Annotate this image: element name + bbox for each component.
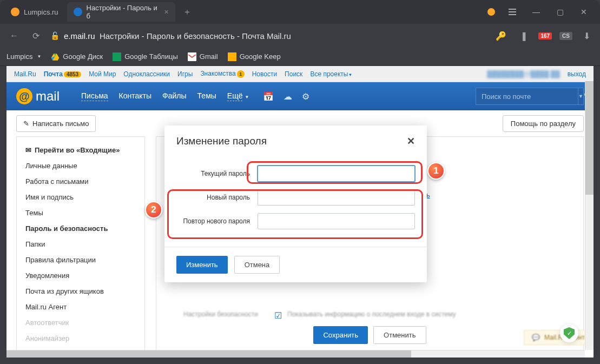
shield-icon: ✓ [564, 327, 575, 339]
dating-badge: 1 [237, 70, 245, 78]
nav-contacts[interactable]: Контакты [119, 91, 151, 101]
bookmark-gkeep[interactable]: Google Keep [228, 52, 281, 61]
logo-at-icon: @ [16, 88, 32, 104]
sidebar-item-security[interactable]: Пароль и безопасность [17, 221, 144, 236]
topnav-dating[interactable]: Знакомства [200, 70, 235, 77]
tab-close-icon[interactable]: × [164, 8, 168, 16]
tab-label: Lumpics.ru [24, 8, 58, 16]
envelope-icon: ✉ [25, 146, 31, 154]
topnav-ok[interactable]: Одноклассники [123, 70, 170, 78]
sidebar-item-anonymizer[interactable]: Анонимайзер [17, 330, 144, 346]
annotation-badge-2: 2 [145, 201, 162, 219]
input-current-password[interactable] [258, 166, 415, 182]
agent-icon: 💬 [532, 334, 540, 341]
tab-label: Настройки - Пароль и б [87, 4, 160, 20]
bookmark-lumpics[interactable]: Lumpics▼ [6, 52, 41, 61]
bookmark-gsheets[interactable]: Google Таблицы [113, 52, 178, 61]
sidebar-item-personal[interactable]: Личные данные [17, 158, 144, 174]
search-input[interactable] [476, 92, 578, 101]
vertical-scrollbar[interactable] [585, 81, 594, 350]
logout-link[interactable]: выход [568, 70, 586, 78]
sidebar-item-autoreply[interactable]: Автоответчик [17, 315, 144, 330]
sidebar-item-agent[interactable]: Mail.ru Агент [17, 299, 144, 315]
url-domain: e.mail.ru [64, 31, 95, 41]
url-path: Настройки - Пароль и безопасность - Почт… [100, 31, 291, 41]
bookmark-gdrive[interactable]: Google Диск [51, 52, 103, 61]
window-close-icon[interactable]: ✕ [572, 0, 596, 24]
input-repeat-password[interactable] [258, 213, 415, 229]
topnav-mailru[interactable]: Mail.Ru [14, 70, 36, 78]
hamburger-menu-icon[interactable] [500, 0, 524, 24]
bookmark-icon[interactable]: ❚ [517, 29, 531, 43]
notification-badge[interactable]: 167 [538, 32, 552, 39]
security-settings-label: Настройки безопасности [183, 310, 258, 318]
mailru-header: @ mail Письма Контакты Файлы Темы Ещё ▼ … [6, 82, 594, 110]
nav-more[interactable]: Ещё ▼ [227, 91, 249, 101]
gear-icon[interactable]: ⚙ [302, 91, 309, 102]
nav-letters[interactable]: Письма [81, 91, 108, 101]
back-button-icon[interactable]: ← [6, 29, 22, 43]
cloud-icon[interactable]: ☁ [283, 91, 292, 102]
cs-badge[interactable]: CS [559, 32, 572, 40]
topnav-allprojects[interactable]: Все проекты [310, 70, 348, 78]
help-button[interactable]: Помощь по разделу [503, 115, 584, 132]
user-email[interactable]: ████████@████.██ [487, 70, 560, 78]
topnav-news[interactable]: Новости [252, 70, 277, 78]
sidebar-item-name[interactable]: Имя и подпись [17, 189, 144, 205]
reload-button-icon[interactable]: ⟳ [29, 29, 43, 43]
sidebar-inbox-link[interactable]: ✉ Перейти во «Входящие» [17, 142, 144, 158]
browser-tab-lumpics[interactable]: Lumpics.ru [4, 2, 65, 22]
calendar-icon[interactable]: 📅 [263, 91, 274, 102]
header-search: ▼ 🔍 [476, 88, 584, 105]
sidebar-item-notifications[interactable]: Уведомления [17, 268, 144, 283]
sidebar-item-folders[interactable]: Папки [17, 236, 144, 252]
window-maximize-icon[interactable]: ▢ [548, 0, 572, 24]
mail-count-badge: 4853 [64, 71, 81, 77]
modal-submit-button[interactable]: Изменить [176, 256, 228, 274]
label-new-password: Новый пароль [176, 194, 258, 201]
window-minimize-icon[interactable]: — [524, 0, 548, 24]
agent-banner[interactable]: 💬 Mail.Ru Агент [524, 330, 593, 345]
window-titlebar: Lumpics.ru Настройки - Пароль и б × ＋ — … [0, 0, 600, 24]
mailru-topnav: Mail.Ru Почта4853 Мой Мир Одноклассники … [6, 66, 594, 82]
nav-files[interactable]: Файлы [162, 91, 186, 101]
input-new-password[interactable] [258, 189, 415, 206]
modal-close-icon[interactable]: ✕ [407, 135, 415, 147]
topnav-games[interactable]: Игры [177, 70, 193, 78]
topnav-mail[interactable]: Почта [44, 70, 63, 78]
topnav-search[interactable]: Поиск [285, 70, 302, 78]
browser-tab-mailru[interactable]: Настройки - Пароль и б × [67, 2, 175, 22]
compose-icon: ✎ [23, 120, 29, 128]
main-cancel-button[interactable]: Отменить [373, 326, 426, 344]
browser-nav-bar: ← ⟳ 🔓 e.mail.ru Настройки - Пароль и без… [0, 24, 600, 48]
nav-themes[interactable]: Темы [197, 91, 216, 101]
extension-dot-icon[interactable] [487, 8, 495, 16]
label-current-password: Текущий пароль [176, 170, 258, 177]
sidebar-item-letters[interactable]: Работа с письмами [17, 174, 144, 189]
mailru-logo[interactable]: @ mail [16, 88, 60, 104]
sidebar-item-external[interactable]: Почта из других ящиков [17, 283, 144, 299]
downloads-icon[interactable]: ⬇ [580, 29, 594, 43]
shield-badge[interactable]: ✓ [560, 324, 578, 342]
key-icon[interactable]: 🔑 [492, 29, 510, 43]
modal-cancel-button[interactable]: Отмена [234, 256, 280, 274]
sidebar-item-themes[interactable]: Темы [17, 205, 144, 221]
gdrive-icon [51, 52, 60, 61]
compose-button[interactable]: ✎ Написать письмо [16, 115, 96, 132]
gmail-icon [188, 52, 196, 61]
search-dropdown-icon[interactable]: ▼ [578, 88, 583, 104]
url-bar[interactable]: 🔓 e.mail.ru Настройки - Пароль и безопас… [50, 31, 485, 41]
save-button[interactable]: Сохранить [313, 326, 368, 344]
topnav-mymir[interactable]: Мой Мир [89, 70, 116, 78]
gsheets-icon [113, 52, 121, 61]
favicon-lumpics [11, 8, 19, 16]
horizontal-scrollbar[interactable] [6, 350, 585, 358]
modal-title: Изменение пароля [176, 135, 267, 147]
sidebar-item-filters[interactable]: Правила фильтрации [17, 252, 144, 268]
label-repeat-password: Повтор нового пароля [176, 217, 258, 225]
change-password-modal: Изменение пароля ✕ Текущий пароль Новый … [164, 125, 427, 282]
new-tab-button[interactable]: ＋ [177, 6, 197, 18]
lock-icon: 🔓 [50, 31, 60, 40]
bookmark-gmail[interactable]: Gmail [188, 52, 218, 61]
settings-sidebar: ✉ Перейти во «Входящие» Личные данные Ра… [16, 136, 145, 352]
